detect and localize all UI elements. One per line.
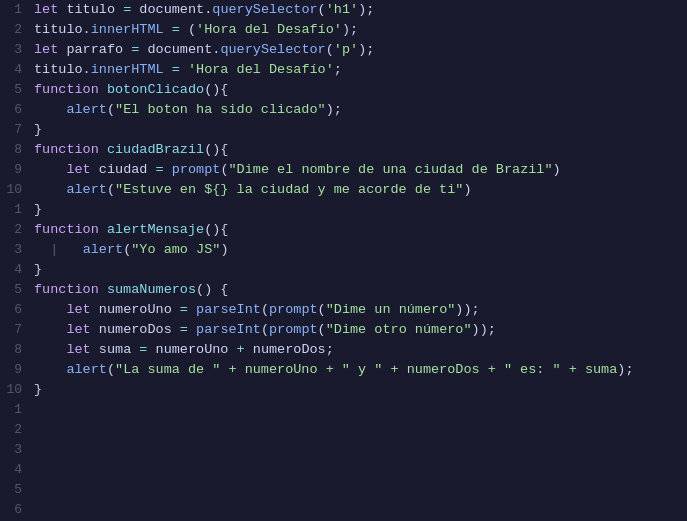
line-number: 3 — [6, 440, 22, 460]
line-number: 10 — [6, 180, 22, 200]
line-number: 6 — [6, 100, 22, 120]
line-number: 4 — [6, 260, 22, 280]
line-number: 2 — [6, 420, 22, 440]
line-number: 9 — [6, 360, 22, 380]
line-number: 6 — [6, 500, 22, 520]
code-line: alert("Estuve en ${} la ciudad y me acor… — [34, 180, 687, 200]
line-number: 6 — [6, 300, 22, 320]
code-line: let suma = numeroUno + numeroDos; — [34, 340, 687, 360]
line-number: 10 — [6, 380, 22, 400]
line-numbers: 12345678910123456789101234567 — [0, 0, 30, 521]
code-line: let titulo = document.querySelector('h1'… — [34, 0, 687, 20]
code-line: let numeroUno = parseInt(prompt("Dime un… — [34, 300, 687, 320]
code-line: let parrafo = document.querySelector('p'… — [34, 40, 687, 60]
line-number: 5 — [6, 80, 22, 100]
code-line: | alert("Yo amo JS") — [34, 240, 687, 260]
line-number: 2 — [6, 220, 22, 240]
line-number: 8 — [6, 340, 22, 360]
line-number: 2 — [6, 20, 22, 40]
code-line: let ciudad = prompt("Dime el nombre de u… — [34, 160, 687, 180]
code-line: titulo.innerHTML = 'Hora del Desafío'; — [34, 60, 687, 80]
line-number: 3 — [6, 240, 22, 260]
line-number: 1 — [6, 200, 22, 220]
line-number: 5 — [6, 480, 22, 500]
code-line: } — [34, 200, 687, 220]
code-line: alert("La suma de " + numeroUno + " y " … — [34, 360, 687, 380]
line-number: 4 — [6, 460, 22, 480]
line-number: 5 — [6, 280, 22, 300]
line-number: 3 — [6, 40, 22, 60]
line-number: 7 — [6, 320, 22, 340]
line-number: 1 — [6, 400, 22, 420]
line-number: 8 — [6, 140, 22, 160]
code-line: titulo.innerHTML = ('Hora del Desafío'); — [34, 20, 687, 40]
code-line: } — [34, 120, 687, 140]
line-number: 1 — [6, 0, 22, 20]
code-editor: 12345678910123456789101234567 let titulo… — [0, 0, 687, 521]
code-line: let numeroDos = parseInt(prompt("Dime ot… — [34, 320, 687, 340]
line-number: 7 — [6, 120, 22, 140]
code-line: function botonClicado(){ — [34, 80, 687, 100]
line-number: 9 — [6, 160, 22, 180]
code-line: } — [34, 260, 687, 280]
code-line: function sumaNumeros() { — [34, 280, 687, 300]
code-line: function ciudadBrazil(){ — [34, 140, 687, 160]
code-line: } — [34, 380, 687, 400]
code-line: alert("El boton ha sido clicado"); — [34, 100, 687, 120]
code-content: let titulo = document.querySelector('h1'… — [30, 0, 687, 521]
line-number: 4 — [6, 60, 22, 80]
code-line: function alertMensaje(){ — [34, 220, 687, 240]
